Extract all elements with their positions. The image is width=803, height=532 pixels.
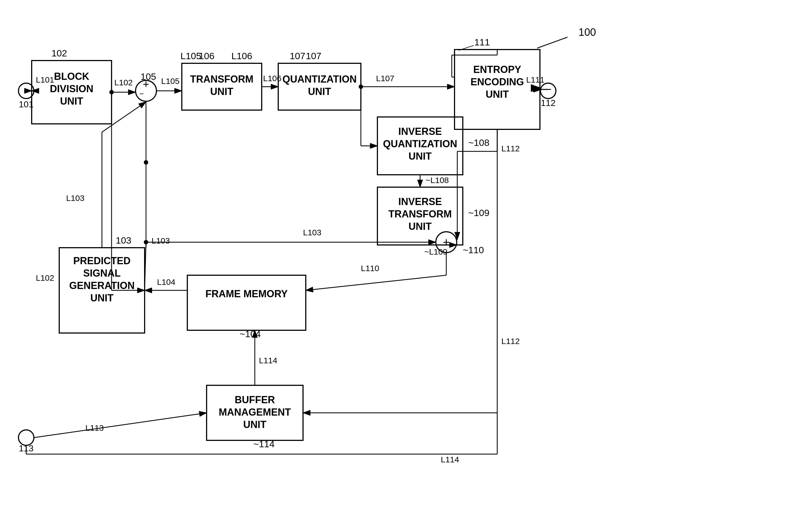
ref-108: ~108 [468, 137, 490, 148]
label-l106: L106 [263, 74, 281, 83]
label-l113: L113 [86, 423, 104, 432]
svg-line-41 [102, 102, 146, 132]
ref-110: ~110 [463, 245, 484, 255]
svg-line-23 [306, 275, 446, 290]
inv-quant-label1: INVERSE [398, 126, 442, 137]
inv-quant-label2: QUANTIZATION [383, 138, 457, 149]
block-division-label1: BLOCK [54, 71, 89, 82]
svg-line-30 [34, 413, 206, 438]
branch-dot-l102 [109, 90, 114, 94]
label-l108: ~L108 [425, 176, 449, 185]
ref-112-label: 112 [541, 98, 555, 108]
label-l110: L110 [361, 264, 379, 273]
label-l111: L111 [526, 75, 545, 84]
pred-signal-label4: UNIT [90, 292, 113, 304]
inv-transform-label1: INVERSE [398, 196, 442, 207]
ref-103: 103 [116, 235, 131, 246]
svg-line-2 [537, 37, 567, 48]
label-l112: L112 [501, 337, 520, 346]
label-l101: L101 [36, 75, 54, 84]
ref-114: ~114 [253, 439, 275, 449]
node-112-circle [541, 83, 556, 98]
label-l103-mid: L103 [303, 228, 322, 237]
transform-label2: UNIT [210, 86, 233, 97]
label-l109: ~L109 [424, 247, 448, 256]
ref-105-label: 105 [141, 71, 156, 82]
ref-l105-label: L105 [180, 51, 201, 61]
pred-signal-label3: GENERATION [69, 280, 134, 291]
entropy-label3: UNIT [486, 89, 509, 100]
pred-signal-label2: SIGNAL [83, 267, 121, 279]
ref-l106-label: L106 [232, 51, 252, 61]
frame-memory-label1: FRAME MEMORY [205, 288, 288, 300]
label-l102-left: L102 [36, 273, 54, 282]
label-l103-left: L103 [66, 193, 85, 203]
node-113-circle [18, 430, 34, 445]
summer-plus: + [443, 235, 450, 249]
ref-111: 111 [474, 37, 490, 48]
quantization-label1: QUANTIZATION [282, 74, 357, 85]
frame-memory-rect [187, 275, 306, 330]
label-l112b: L112 [501, 144, 520, 153]
entropy-label2: ENCODING [471, 76, 524, 88]
label-l114-bottom: L114 [441, 455, 459, 464]
entropy-label1: ENTROPY [473, 64, 521, 75]
label-l103-ref: L103 [151, 236, 170, 245]
ref-100: 100 [579, 26, 596, 38]
inv-transform-label3: UNIT [408, 221, 432, 232]
ref-101: 101 [19, 99, 33, 109]
buffer-label1: BUFFER [235, 394, 275, 405]
block-division-label3: UNIT [60, 95, 83, 107]
inv-quant-label3: UNIT [408, 151, 432, 162]
label-l114-up: L114 [259, 356, 277, 365]
label-l107: L107 [376, 74, 395, 83]
block-division-label2: DIVISION [50, 83, 93, 94]
ref-104: ~104 [240, 329, 261, 339]
label-l105: L105 [161, 77, 180, 86]
ref-109: ~109 [468, 208, 490, 218]
ref-l107-label: 107 [306, 51, 322, 61]
quantization-label2: UNIT [308, 86, 331, 97]
label-l102-top: L102 [114, 78, 133, 87]
buffer-label2: MANAGEMENT [219, 406, 291, 418]
adder-minus: − [140, 90, 144, 98]
inv-transform-label2: TRANSFORM [388, 208, 452, 220]
ref-102: 102 [52, 48, 67, 58]
transform-label1: TRANSFORM [190, 74, 253, 85]
diagram-container: 100 BLOCK DIVISION UNIT 102 TRANSFORM UN… [0, 0, 803, 532]
label-l104: L104 [157, 278, 176, 286]
pred-signal-label1: PREDICTED [73, 255, 131, 266]
ref-107: 107 [290, 51, 306, 61]
buffer-label3: UNIT [243, 419, 267, 430]
